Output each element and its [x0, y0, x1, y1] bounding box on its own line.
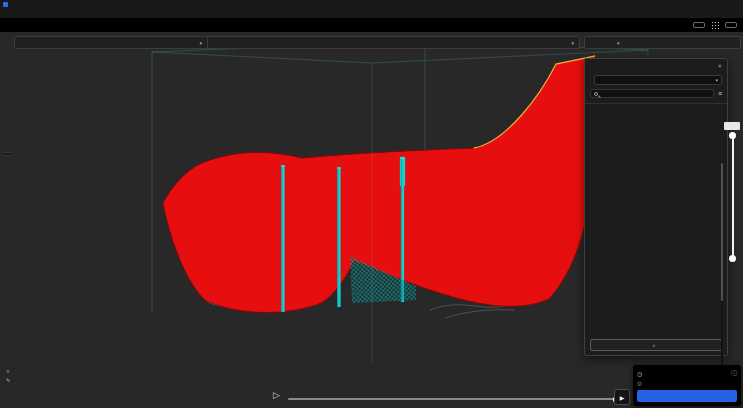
play-icon: ▶ — [620, 394, 625, 401]
menu-bar — [0, 9, 743, 18]
chevron-down-icon: ▾ — [715, 77, 718, 83]
app-switcher-grid-icon[interactable] — [711, 21, 719, 29]
app-icon — [3, 2, 8, 7]
settings-categories — [585, 103, 727, 104]
chevron-down-icon: ▾ — [617, 40, 620, 46]
simulation-slider[interactable] — [288, 398, 623, 400]
app-logo — [25, 18, 28, 32]
simulation-play-icon[interactable]: ▷ — [273, 391, 280, 400]
color-scheme-dropdown[interactable]: ▾ — [208, 40, 579, 46]
print-settings-panel: ✕ ▾ ≡ ‹ — [584, 58, 728, 356]
layer-number-box[interactable] — [724, 122, 740, 130]
marketplace-button[interactable] — [693, 22, 705, 28]
window-titlebar — [0, 0, 743, 9]
recommended-mode-button[interactable]: ‹ — [590, 339, 722, 351]
object-list-panel: ∧ ✎ — [6, 368, 14, 386]
layer-slider-top-handle[interactable] — [729, 132, 736, 139]
settings-list — [585, 100, 727, 101]
clock-icon: ◷ — [637, 370, 642, 377]
sign-in-button[interactable] — [725, 22, 737, 28]
material-spool-icon: ◎ — [637, 380, 642, 386]
view-type-dropdown[interactable]: ▾ — [15, 40, 207, 46]
print-setup-summary-bar[interactable]: ▾ — [584, 36, 741, 49]
view-options-bar: ▾ ▾ — [14, 36, 580, 49]
print-job-summary-panel: ◷ ⓘ ◎ — [633, 365, 741, 406]
close-icon[interactable]: ✕ — [717, 63, 722, 69]
chevron-up-icon: ∧ — [6, 368, 10, 374]
info-icon[interactable]: ⓘ — [731, 369, 737, 378]
chevron-down-icon: ▾ — [199, 40, 202, 46]
object-list-toggle[interactable]: ∧ — [6, 368, 14, 374]
pencil-icon[interactable]: ✎ — [6, 377, 10, 383]
app-header — [0, 18, 743, 32]
layer-slider[interactable] — [732, 134, 734, 260]
left-toolbar — [1, 152, 14, 156]
preview-play-button[interactable]: ▶ — [614, 389, 630, 405]
search-input[interactable] — [601, 91, 710, 96]
setting-visibility-menu-icon[interactable]: ≡ — [718, 90, 722, 97]
save-to-disk-button[interactable] — [637, 390, 737, 402]
settings-search — [590, 89, 714, 98]
chevron-left-icon: ‹ — [653, 342, 655, 348]
layer-slider-bottom-handle[interactable] — [729, 255, 736, 262]
profile-dropdown[interactable]: ▾ — [594, 75, 722, 85]
search-icon — [594, 92, 598, 96]
chevron-down-icon: ▾ — [571, 40, 574, 46]
panel-scrollbar[interactable] — [721, 163, 723, 395]
